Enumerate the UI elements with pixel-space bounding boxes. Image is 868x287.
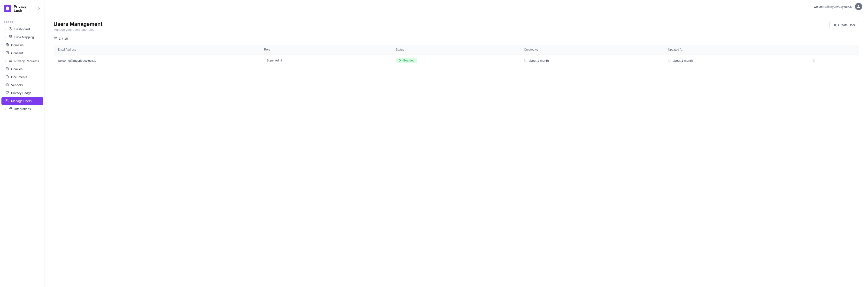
- page-content: Users Management Manage your users and r…: [45, 13, 868, 287]
- page-header: Users Management Manage your users and r…: [54, 21, 859, 31]
- close-button[interactable]: ✕: [37, 6, 41, 11]
- col-status: Status: [392, 45, 520, 55]
- app-title: Privacy Lock: [14, 4, 35, 12]
- integrations-icon: [8, 107, 12, 111]
- sidebar-item-label: Privacy Requests: [14, 59, 39, 63]
- user-count-separator: /: [62, 37, 63, 40]
- cookies-icon: [5, 67, 9, 71]
- sidebar-section-label: Pages: [0, 17, 44, 25]
- svg-point-11: [6, 67, 9, 70]
- sidebar-item-label: Vendors: [11, 83, 23, 87]
- sidebar-item-label: Manage Users: [11, 99, 32, 103]
- sidebar-item-manage-users[interactable]: Manage Users: [1, 97, 43, 105]
- cell-created: about 1 month: [520, 55, 664, 67]
- sidebar-item-label: Consent: [11, 51, 23, 55]
- user-count-bar: 1 / 10: [54, 36, 859, 41]
- delete-icon[interactable]: [812, 59, 816, 63]
- sidebar-item-privacy-requests[interactable]: › Privacy Requests: [1, 57, 43, 65]
- domains-icon: [5, 43, 9, 47]
- user-count-current: 1: [59, 37, 61, 40]
- table-body: welcome@myprivacylock.io Super Admin On-…: [54, 55, 859, 67]
- sidebar-item-consent[interactable]: Consent: [1, 49, 43, 57]
- users-table: Email Address Role Status Created At Upd…: [54, 45, 859, 67]
- page-title: Users Management: [54, 21, 102, 27]
- svg-rect-19: [524, 59, 527, 61]
- col-role: Role: [260, 45, 392, 55]
- chevron-icon: ›: [5, 28, 6, 31]
- dashboard-icon: [8, 27, 12, 31]
- svg-point-16: [6, 99, 7, 101]
- cell-actions: [808, 55, 859, 67]
- sidebar-item-label: Integrations: [14, 107, 31, 111]
- topbar: welcome@myprivacylock.io: [45, 0, 868, 13]
- page-title-group: Users Management Manage your users and r…: [54, 21, 102, 31]
- user-count-icon: [54, 36, 57, 41]
- sidebar-item-label: Data Mapping: [14, 35, 34, 39]
- svg-point-17: [835, 24, 836, 25]
- data-mapping-icon: [8, 35, 12, 39]
- col-updated: Updated At: [664, 45, 808, 55]
- col-email: Email Address: [54, 45, 260, 55]
- sidebar-item-integrations[interactable]: › Integrations: [1, 105, 43, 113]
- vendors-icon: [5, 83, 9, 87]
- topbar-email: welcome@myprivacylock.io: [814, 5, 852, 8]
- sidebar-nav: › Dashboard › Data Mapping Domains Conse…: [0, 25, 44, 113]
- svg-point-12: [6, 68, 7, 68]
- sidebar-item-vendors[interactable]: Vendors: [1, 81, 43, 89]
- page-subtitle: Manage your users and roles: [54, 28, 102, 31]
- main-content: welcome@myprivacylock.io Users Managemen…: [45, 0, 868, 287]
- sidebar-item-label: Documents: [11, 75, 27, 79]
- col-actions: [808, 45, 859, 55]
- chevron-icon: ›: [5, 36, 6, 38]
- svg-rect-1: [9, 36, 10, 36]
- sidebar-item-cookies[interactable]: Cookies: [1, 65, 43, 73]
- sidebar-item-label: Privacy Badge: [11, 91, 31, 95]
- user-count-total: 10: [64, 37, 68, 40]
- role-badge: Super Admin: [264, 58, 286, 63]
- sidebar-item-label: Cookies: [11, 67, 23, 71]
- calendar-icon-2: [668, 59, 671, 62]
- privacy-badge-icon: [5, 91, 9, 95]
- sidebar-item-label: Dashboard: [14, 27, 30, 31]
- sidebar-item-documents[interactable]: Documents: [1, 73, 43, 81]
- privacy-requests-icon: [8, 59, 12, 63]
- create-user-button[interactable]: Create User: [829, 21, 859, 29]
- calendar-icon: [524, 59, 527, 62]
- sidebar-item-data-mapping[interactable]: › Data Mapping: [1, 33, 43, 41]
- cell-role: Super Admin: [260, 55, 392, 67]
- table-header: Email Address Role Status Created At Upd…: [54, 45, 859, 55]
- sidebar: Privacy Lock ✕ Pages › Dashboard › Data …: [0, 0, 45, 287]
- sidebar-header: Privacy Lock ✕: [0, 0, 44, 17]
- consent-icon: [5, 51, 9, 55]
- svg-rect-4: [11, 37, 12, 38]
- cell-updated: about 1 month: [664, 55, 808, 67]
- sidebar-item-dashboard[interactable]: › Dashboard: [1, 25, 43, 33]
- sidebar-item-label: Domains: [11, 43, 24, 47]
- cell-email: welcome@myprivacylock.io: [54, 55, 260, 67]
- manage-users-icon: [5, 99, 9, 103]
- table-row: welcome@myprivacylock.io Super Admin On-…: [54, 55, 859, 67]
- cell-status: On-Boarded: [392, 55, 520, 67]
- chevron-icon: ›: [5, 108, 6, 110]
- svg-rect-15: [6, 84, 9, 86]
- sidebar-item-privacy-badge[interactable]: Privacy Badge: [1, 89, 43, 97]
- svg-rect-2: [11, 36, 12, 36]
- create-user-label: Create User: [838, 23, 855, 27]
- app-logo-icon: [4, 5, 11, 12]
- svg-rect-23: [669, 59, 671, 61]
- documents-icon: [5, 75, 9, 79]
- sidebar-item-domains[interactable]: Domains: [1, 41, 43, 49]
- created-timestamp: about 1 month: [524, 59, 660, 62]
- avatar: [855, 3, 862, 10]
- svg-rect-3: [9, 37, 10, 38]
- col-created: Created At: [520, 45, 664, 55]
- svg-point-18: [54, 37, 56, 38]
- chevron-icon: ›: [5, 60, 6, 62]
- status-badge: On-Boarded: [396, 58, 417, 63]
- updated-timestamp: about 1 month: [668, 59, 804, 62]
